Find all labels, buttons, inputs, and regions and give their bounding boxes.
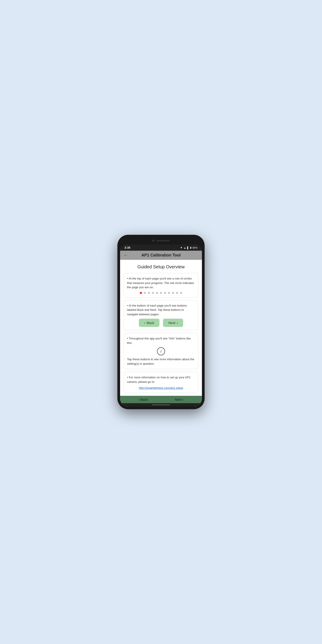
link-card: • For more information on how to set up … <box>124 372 198 393</box>
back-bottom-chevron-icon: ‹ <box>138 398 139 402</box>
nav-buttons-demo: ‹ Back Next › <box>127 319 195 327</box>
info-icon-container: i <box>127 347 195 355</box>
app-title: AP1 Calibration Tool <box>130 253 192 258</box>
dot-9 <box>172 292 174 294</box>
back-arrow-icon[interactable]: ← <box>124 253 128 258</box>
speaker <box>156 240 170 241</box>
navigation-card: • At the bottom of each page you'll see … <box>124 300 198 330</box>
signal-icon: ▌ <box>187 246 189 249</box>
status-icons: ★ ▲ ▌ ▮ 60% <box>180 246 198 249</box>
progress-card-text: • At the top of each page you'll see a r… <box>127 276 195 290</box>
content-area: Guided Setup Overview • At the top of ea… <box>120 260 202 396</box>
page-title: Guided Setup Overview <box>124 264 198 270</box>
back-chevron-icon: ‹ <box>144 321 145 325</box>
dot-2 <box>144 292 146 294</box>
dot-10 <box>176 292 178 294</box>
info-button-card-text: • Throughout this app you'll see "Info" … <box>127 336 195 345</box>
dot-7 <box>164 292 166 294</box>
dot-6 <box>160 292 162 294</box>
home-bar <box>152 404 170 405</box>
back-button[interactable]: ‹ Back <box>138 398 148 402</box>
dot-1 <box>140 292 142 294</box>
camera <box>152 240 154 242</box>
dot-3 <box>148 292 150 294</box>
bottom-nav: ‹ Back Next › <box>120 396 202 403</box>
navigation-card-text: • At the bottom of each page you'll see … <box>127 304 195 317</box>
next-button[interactable]: Next › <box>175 398 184 402</box>
svg-text:i: i <box>160 349 162 354</box>
link-card-text: • For more information on how to set up … <box>127 375 195 384</box>
info-button-card: • Throughout this app you'll see "Info" … <box>124 333 198 369</box>
back-button-label: Back <box>147 321 154 325</box>
status-time: 2:35 <box>124 246 130 249</box>
setup-link[interactable]: http://smartwitness.com/ap1-setup <box>127 386 195 390</box>
dot-8 <box>168 292 170 294</box>
dot-11 <box>180 292 182 294</box>
home-indicator <box>120 403 202 406</box>
dot-4 <box>152 292 154 294</box>
dot-5 <box>156 292 158 294</box>
back-button-demo[interactable]: ‹ Back <box>139 319 160 327</box>
battery-icon: ▮ <box>190 246 192 249</box>
next-bottom-label: Next <box>175 398 182 402</box>
app-bar: ← AP1 Calibration Tool <box>120 251 202 260</box>
next-chevron-icon: › <box>177 321 178 325</box>
progress-card: • At the top of each page you'll see a r… <box>124 273 198 298</box>
back-bottom-label: Back <box>140 398 148 402</box>
phone-frame: 2:35 ★ ▲ ▌ ▮ 60% ← AP1 Calibration Tool … <box>118 235 204 409</box>
info-icon: i <box>157 347 165 355</box>
wifi-icon: ▲ <box>184 246 186 249</box>
info-button-subtext: Tap these buttons to see more informatio… <box>127 357 195 366</box>
battery-percent: 60% <box>192 246 198 249</box>
notch-area <box>120 238 202 244</box>
next-bottom-chevron-icon: › <box>183 398 184 402</box>
progress-dots <box>127 292 195 294</box>
bluetooth-icon: ★ <box>180 246 182 249</box>
next-button-demo[interactable]: Next › <box>163 319 183 327</box>
phone-screen: 2:35 ★ ▲ ▌ ▮ 60% ← AP1 Calibration Tool … <box>120 245 202 406</box>
next-button-label: Next <box>168 321 175 325</box>
status-bar: 2:35 ★ ▲ ▌ ▮ 60% <box>120 245 202 251</box>
